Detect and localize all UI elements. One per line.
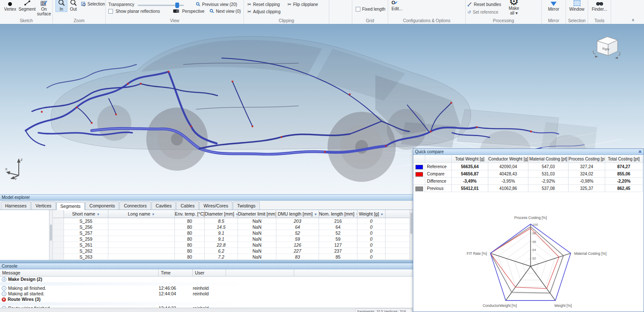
filter-funnel-icon[interactable]: ▼ bbox=[380, 213, 384, 216]
tab-twistings[interactable]: Twistings bbox=[233, 201, 260, 210]
row-selector[interactable] bbox=[53, 254, 64, 260]
left-pane-scrollbar[interactable] bbox=[49, 210, 53, 260]
tab-wires-cores[interactable]: Wires/Cores bbox=[199, 201, 232, 210]
fixed-length-checkbox[interactable] bbox=[356, 7, 360, 12]
zoom-in-button[interactable]: In bbox=[55, 0, 67, 12]
row-selector[interactable] bbox=[53, 236, 64, 242]
tab-cables[interactable]: Cables bbox=[176, 201, 199, 210]
table-row[interactable]: S_257809.1NaN52520 bbox=[53, 230, 409, 236]
perspective-button[interactable]: Perspective bbox=[173, 8, 204, 14]
zoom-out-button[interactable]: Out bbox=[67, 0, 79, 12]
column-header-diameter-mm-[interactable]: Diameter [mm]▼ bbox=[205, 210, 238, 218]
zoom-selection-icon bbox=[81, 2, 86, 6]
console-user: reinhold bbox=[193, 291, 226, 297]
flip-clipplane-button[interactable]: ✂Flip clipplane bbox=[287, 1, 318, 7]
console-col-time[interactable]: Time bbox=[159, 269, 193, 276]
row-selector[interactable] bbox=[53, 248, 64, 254]
tab-cavities[interactable]: Cavities bbox=[151, 201, 176, 210]
series-color-swatch bbox=[415, 165, 423, 169]
window-selection-button[interactable]: Window bbox=[568, 0, 586, 12]
next-view-button[interactable]: Next view (0) bbox=[209, 8, 241, 14]
table-row[interactable]: S_2568014.5NaN64640 bbox=[53, 224, 409, 230]
qc-column-process-costing-pt-[interactable]: Process Costing [pt] bbox=[569, 155, 605, 163]
previous-view-button[interactable]: Previous view (20) bbox=[196, 1, 237, 7]
cell-nom: 59 bbox=[319, 236, 357, 242]
on-surface-button[interactable]: On surface bbox=[36, 0, 52, 16]
console-header[interactable]: Console bbox=[0, 263, 413, 269]
filter-funnel-icon[interactable]: ▼ bbox=[96, 213, 100, 216]
column-header-diameter-limit-mm-[interactable]: Diameter limit [mm]▼ bbox=[238, 210, 276, 218]
configuration-toggle-icon[interactable]: O✔ bbox=[392, 0, 465, 5]
table-row[interactable]: S_259809.1NaN59590 bbox=[53, 236, 409, 242]
model-explorer-header[interactable]: Model explorer bbox=[0, 194, 413, 201]
console-row[interactable]: iMaking all finished.12:46:06reinhold bbox=[0, 286, 413, 291]
qc-row-difference[interactable]: Difference-3,49%-3,95%-2,92%-0,98%-2,20% bbox=[413, 178, 644, 185]
table-row[interactable]: S_255808.5NaN2032160 bbox=[53, 218, 409, 224]
qc-value: 855,06 bbox=[605, 170, 643, 178]
console-col-user[interactable]: User bbox=[193, 269, 226, 276]
tab-vertices[interactable]: Vertices bbox=[31, 201, 55, 210]
row-selector[interactable] bbox=[53, 230, 64, 236]
column-header-weight-g-[interactable]: Weight [g]▼ bbox=[357, 210, 386, 218]
console-extra bbox=[226, 297, 413, 302]
console-time bbox=[159, 297, 193, 302]
make-all-button[interactable]: ⚙ Makeall ▾ bbox=[505, 0, 523, 15]
table-row[interactable]: S_2618022.8NaN1261270 bbox=[53, 242, 409, 248]
axis-z-label: Z bbox=[20, 158, 23, 162]
adjust-clipping-button[interactable]: ✂Adjust clipping bbox=[247, 9, 329, 15]
qc-value: 56635,64 bbox=[452, 163, 488, 170]
ribbon-collapse-chevron[interactable]: ∧ bbox=[632, 17, 635, 22]
qc-column-total-weight-g-[interactable]: Total Weight [g] bbox=[452, 155, 488, 163]
filter-funnel-icon[interactable]: ▼ bbox=[151, 213, 155, 216]
console-col-message[interactable]: Message bbox=[0, 269, 159, 276]
qc-column-material-costing-pt-[interactable]: Material Costing [pt] bbox=[528, 155, 569, 163]
qc-row-compare[interactable]: Compare54656,8740428,43531,03324,02855,0… bbox=[413, 170, 644, 178]
mirror-button[interactable]: Mirror bbox=[544, 0, 563, 12]
column-header-env-temp-c-[interactable]: Env. temp. [°C]▼ bbox=[175, 210, 205, 218]
row-selector[interactable] bbox=[53, 218, 64, 224]
segments-table: Short name▼Long name▼Env. temp. [°C]▼Dia… bbox=[53, 210, 409, 260]
tab-harnesses[interactable]: Harnesses bbox=[1, 201, 31, 210]
qc-column-total-costing-pt-[interactable]: Total Costing [pt] bbox=[605, 155, 643, 163]
fixed-length-checkbox-row[interactable]: Fixed length bbox=[356, 6, 385, 12]
column-header-short-name[interactable]: Short name▼ bbox=[64, 210, 108, 218]
row-selector[interactable] bbox=[53, 224, 64, 230]
transparency-slider-thumb[interactable] bbox=[175, 3, 179, 8]
next-view-icon bbox=[209, 9, 214, 13]
column-header-nom-length-mm-[interactable]: Nom. length [mm]▼ bbox=[319, 210, 357, 218]
column-header-dmu-length-mm-[interactable]: DMU length [mm]▼ bbox=[276, 210, 319, 218]
transparency-slider[interactable] bbox=[138, 5, 184, 6]
table-row[interactable]: S_263807.2NaN83850 bbox=[53, 254, 409, 260]
close-icon[interactable]: ✕ bbox=[638, 149, 642, 155]
edit-configurations-button[interactable]: Edit... bbox=[392, 6, 465, 11]
ribbon-group-selection: Window Selection bbox=[566, 0, 588, 24]
tab-components[interactable]: Components bbox=[85, 201, 119, 210]
vertex-button[interactable]: Vertex bbox=[2, 0, 18, 12]
cell-wt: 0 bbox=[357, 236, 386, 242]
orientation-cube[interactable]: Right bbox=[591, 33, 622, 61]
tab-connectors[interactable]: Connectors bbox=[119, 201, 151, 210]
console-row[interactable]: iMaking all started.12:44:04reinhold bbox=[0, 291, 413, 297]
planar-reflections-checkbox[interactable] bbox=[108, 9, 113, 14]
qc-row-previous[interactable]: Previous55412,0141062,86537,08325,37862,… bbox=[413, 185, 644, 192]
console-row[interactable]: ✕Route Wires (3) bbox=[0, 297, 413, 302]
segments-table-scrollbar[interactable] bbox=[409, 210, 413, 260]
console-row[interactable]: iMake Design (2) bbox=[0, 277, 413, 282]
row-selector[interactable] bbox=[53, 242, 64, 248]
tab-segments[interactable]: Segments bbox=[56, 202, 85, 210]
cell-short: S_261 bbox=[64, 242, 108, 248]
quick-compare-titlebar[interactable]: Quick compare ✕ bbox=[413, 149, 644, 155]
finder-button[interactable]: Finder... bbox=[590, 0, 609, 12]
reset-clipping-button[interactable]: ✂Reset clipping bbox=[247, 1, 280, 7]
zoom-selection-button[interactable]: Selection bbox=[81, 1, 105, 7]
qc-row-reference[interactable]: Reference56635,6442090,04547,03327,24874… bbox=[413, 163, 644, 170]
table-row[interactable]: S_262806.2NaN2272370 bbox=[53, 248, 409, 254]
reset-bundles-button[interactable]: Reset bundles bbox=[467, 1, 501, 7]
segment-button[interactable]: Segment bbox=[18, 0, 35, 12]
model-explorer-left-pane[interactable] bbox=[0, 210, 49, 260]
qc-column-conductor-weight-g-[interactable]: Conductor Weight [g] bbox=[488, 155, 528, 163]
column-header-long-name[interactable]: Long name▼ bbox=[108, 210, 175, 218]
set-reference-button[interactable]: ↺Set reference bbox=[467, 9, 501, 15]
filter-funnel-icon[interactable]: ▼ bbox=[314, 213, 317, 216]
cell-long bbox=[108, 248, 175, 254]
